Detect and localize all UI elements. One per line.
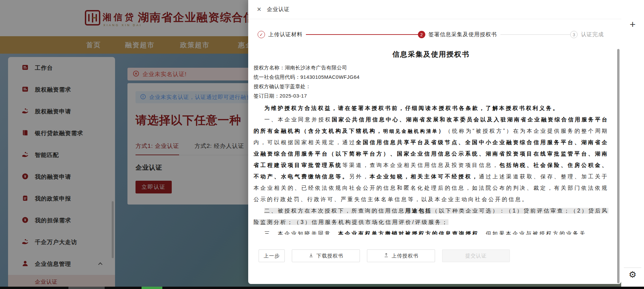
doc-paragraph-1: 为维护授权方合法权益，请在签署本授权书前，仔细阅读本授权书各条款，了解本授权书权…	[254, 103, 608, 114]
step-1-marker-check-icon: ✓	[258, 31, 265, 38]
certification-drawer: × 企业认证 ✓上传认证材料2签署信息采集及使用授权书3认证完成 信息采集及使用…	[248, 0, 621, 284]
steps-bar: ✓上传认证材料2签署信息采集及使用授权书3认证完成	[258, 29, 607, 40]
rail-divider	[624, 268, 641, 268]
authorization-document: 信息采集及使用授权书 授权方名称：湖南长沙冰奇广告有限公司统一社会信用代码：91…	[254, 45, 608, 235]
taskbar-segment-green	[142, 287, 162, 289]
taskbar-segment-gray	[68, 287, 105, 289]
screen: 湘信贷 XIANG XIN DAI 湖南省企业融资综合信用服务平台 首页融资超市…	[0, 0, 644, 289]
doc-field-line: 统一社会信用代码：91430105MAC0WFJG64	[254, 72, 608, 82]
upload-authorization-button[interactable]: 上传授权书	[367, 249, 435, 262]
document-title: 信息采集及使用授权书	[254, 50, 608, 59]
drawer-header: × 企业认证	[248, 0, 621, 19]
doc-field-line: 签订日期：2025-03-17	[254, 91, 608, 101]
document-fields: 授权方名称：湖南长沙冰奇广告有限公司统一社会信用代码：91430105MAC0W…	[254, 63, 608, 101]
document-paragraphs: 为维护授权方合法权益，请在签署本授权书前，仔细阅读本授权书各条款，了解本授权书权…	[254, 103, 608, 235]
step-3-marker: 3	[570, 31, 578, 38]
upload-icon	[384, 253, 389, 259]
back-button[interactable]: 上一步	[259, 249, 285, 262]
taskbar-sliver	[0, 287, 644, 289]
submit-button-label: 提交认证	[465, 253, 487, 259]
back-button-label: 上一步	[264, 253, 280, 259]
doc-field-line: 授权方确认签字盖章处：	[254, 82, 608, 91]
doc-paragraph-3: 二、被授权方在本次授权下，所查询的信用信息用途包括（以下种类企业可选）：（1）贷…	[254, 205, 608, 228]
drawer-footer: 上一步 下载授权书 上传授权书	[259, 249, 510, 262]
drawer-scrollbar[interactable]	[617, 49, 620, 283]
download-authorization-button[interactable]: 下载授权书	[292, 249, 360, 262]
drawer-title: 企业认证	[267, 6, 290, 13]
step-connector-1	[306, 34, 418, 35]
plus-icon[interactable]: +	[621, 19, 644, 30]
upload-button-label: 上传授权书	[392, 253, 419, 259]
submit-certification-button[interactable]: 提交认证	[442, 249, 510, 262]
gear-icon[interactable]: ⚙	[621, 270, 644, 279]
download-icon	[309, 253, 314, 259]
download-button-label: 下载授权书	[317, 253, 343, 259]
step-1-label: 上传认证材料	[268, 31, 303, 38]
doc-paragraph-2: 一、本企业同意并授权国家公共信用信息中心、湖南省发展和改革委员会以及入驻湖南省企…	[254, 114, 608, 205]
step-2-marker: 2	[418, 31, 425, 38]
close-icon[interactable]: ×	[257, 6, 261, 13]
step-2-label: 签署信息采集及使用授权书	[429, 31, 497, 38]
step-3-label: 认证完成	[581, 31, 604, 38]
step-connector-2	[500, 34, 570, 35]
doc-field-line: 授权方名称：湖南长沙冰奇广告有限公司	[254, 63, 608, 72]
doc-paragraph-4: 三、本企业知晓并同意，本企业有权单方撤销对被授权方的信息查询授权，但如果本企业与…	[254, 228, 608, 235]
browser-side-rail: + ⚙	[621, 0, 644, 289]
